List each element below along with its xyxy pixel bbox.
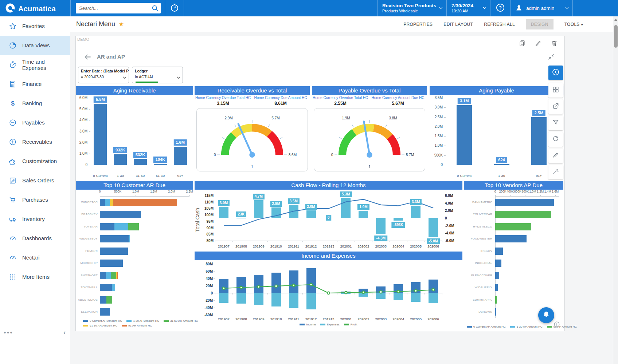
aging-payable-chart[interactable]: 3.5M3.0M2.5M2.0M1.5M1.0M500K03.1M0-Curre… (430, 95, 563, 181)
properties-button[interactable]: PROPERTIES (403, 22, 433, 27)
sidebar-item-time-and-expenses[interactable]: Time and Expenses (0, 55, 70, 74)
bar-0-Current[interactable] (457, 105, 472, 165)
sidebar-item-finance[interactable]: Finance (0, 74, 70, 94)
bar-segment[interactable] (100, 272, 106, 279)
sidebar-item-more-items[interactable]: More Items (0, 267, 70, 286)
collapse-panel-button[interactable] (548, 66, 563, 80)
share-button[interactable] (548, 99, 563, 114)
x-tick (425, 241, 425, 242)
bar-segment[interactable] (110, 199, 113, 206)
sidebar-item-data-views[interactable]: Data Views (0, 36, 70, 55)
app-logo[interactable]: Acumatica (5, 3, 56, 15)
sidebar-item-sales-orders[interactable]: Sales Orders (0, 171, 70, 190)
bar-1-30[interactable] (114, 154, 127, 165)
filter-enter-date[interactable]: Enter Date : (Data Model Pa... = 2020-07… (78, 67, 129, 83)
company-selector[interactable]: Revision Two Products Products Wholesale (377, 0, 446, 16)
bar-IRSGOV[interactable] (495, 248, 503, 255)
notifications-button[interactable] (538, 307, 554, 323)
bar-segment[interactable] (100, 199, 105, 206)
bar-segment[interactable] (111, 272, 117, 279)
refresh-all-button[interactable]: REFRESH ALL (484, 22, 515, 27)
search-input[interactable] (76, 3, 151, 13)
tools-button[interactable]: TOOLS▾ (564, 22, 583, 27)
bar-segment[interactable] (112, 284, 115, 291)
bar-segment[interactable] (114, 223, 128, 230)
bar-segment[interactable] (129, 235, 130, 242)
bar-31-60[interactable] (134, 159, 147, 165)
x-tick (525, 195, 525, 196)
refresh-button[interactable] (548, 132, 563, 147)
more-options-icon[interactable]: ●●● (4, 330, 13, 335)
income-expenses-chart[interactable]: 80M60M40M20M0-20M-40M-60M201907201908201… (195, 260, 462, 330)
bar-61-30[interactable] (154, 164, 167, 165)
wizard-button[interactable] (548, 165, 563, 179)
bar-DBROWN[interactable] (495, 308, 496, 316)
bar-segment[interactable] (117, 272, 118, 279)
layout-button[interactable] (548, 83, 563, 98)
sidebar-item-nectari[interactable]: Nectari (0, 248, 70, 267)
user-menu[interactable]: admin admin (510, 0, 573, 16)
bar-ELEMCCOVER[interactable] (495, 272, 499, 279)
aging-receivable-chart[interactable]: 6.0M5.0M4.0M3.0M2.0M1.0M05.5M0-Current93… (76, 95, 193, 181)
legend-swatch (126, 320, 132, 322)
bar-WIDSUPPLY[interactable] (495, 284, 498, 291)
edit-dashboard-button[interactable] (548, 149, 563, 163)
favorite-star-icon[interactable]: ★ (118, 20, 124, 28)
back-arrow-icon[interactable] (84, 53, 92, 61)
payable-gauge-chart[interactable]: Home Currency Overdue Total HC2.55MHome … (312, 95, 427, 181)
bar-segment[interactable] (100, 235, 129, 242)
sidebar-item-dashboards[interactable]: Dashboards (0, 229, 70, 248)
scroll-up-icon[interactable] (614, 19, 617, 21)
help-button[interactable]: ? (490, 0, 510, 16)
time-tracking-button[interactable] (166, 0, 183, 16)
sidebar-item-favorites[interactable]: Favorites (0, 16, 70, 36)
bar-segment[interactable] (100, 248, 128, 255)
bar-FOODWESTER[interactable] (495, 235, 527, 242)
search-icon[interactable] (151, 4, 159, 12)
top10-customer-ar-chart[interactable]: 0500K1.0M1.5M2.0M2.5MWIDGETCCBRASSKEYTOY… (76, 190, 193, 330)
sidebar-item-customization[interactable]: Customization (0, 151, 70, 171)
bar-91+[interactable] (174, 147, 187, 165)
sidebar-item-inventory[interactable]: Inventory (0, 209, 70, 229)
scrollbar-thumb[interactable] (614, 25, 618, 48)
collapse-sidebar-icon[interactable]: ‹ (63, 329, 66, 336)
collapse-view-icon[interactable] (548, 53, 556, 61)
sidebar-item-purchases[interactable]: Purchases (0, 190, 70, 209)
bar-segment[interactable] (100, 308, 110, 316)
gauge-box[interactable]: 08.6M2.9M5.7M1 (196, 108, 308, 171)
cash-flow-chart[interactable]: Total Cash115M110M105M100M95M90M85M80M6.… (195, 190, 462, 252)
date-selector[interactable]: 7/30/2024 10:20 AM (446, 0, 490, 16)
bar-BANKAMERIC[interactable] (495, 199, 554, 206)
bar-segment[interactable] (100, 223, 114, 230)
bar-segment[interactable] (106, 272, 111, 279)
filter-button[interactable] (548, 116, 563, 130)
sidebar-item-banking[interactable]: $Banking (0, 94, 70, 113)
bar-segment[interactable] (106, 296, 113, 304)
sidebar-item-receivables[interactable]: Receivables (0, 132, 70, 151)
bar-segment[interactable] (100, 284, 112, 291)
bar-91+[interactable] (531, 117, 547, 165)
receivable-gauge-chart[interactable]: Home Currency Overdue Total HC3.15MHome … (195, 95, 310, 181)
design-button[interactable]: DESIGN (526, 19, 554, 29)
bar-segment[interactable] (128, 223, 139, 230)
delete-icon[interactable] (551, 40, 558, 47)
sidebar-item-payables[interactable]: Payables (0, 113, 70, 132)
bar-1-30[interactable] (494, 164, 509, 165)
edit-icon[interactable] (535, 40, 542, 47)
copy-icon[interactable] (519, 40, 526, 47)
bar-INDGLOBAL[interactable] (495, 260, 501, 267)
bar-segment[interactable] (105, 199, 110, 206)
bar-segment[interactable] (100, 211, 141, 218)
bar-SUMMITAPPL[interactable] (495, 296, 497, 304)
vertical-scrollbar[interactable] (613, 16, 618, 364)
bar-segment[interactable] (100, 260, 123, 267)
bar-TOLIVERCAR[interactable] (495, 211, 551, 218)
edit-layout-button[interactable]: EDIT LAYOUT (443, 22, 473, 27)
bar-segment[interactable] (113, 199, 177, 206)
bar-HYDSTILECO[interactable] (495, 223, 531, 230)
bar-segment[interactable] (100, 296, 106, 304)
info-button[interactable] (554, 321, 560, 328)
gauge-box[interactable]: 05.7M1.9M3.8M1 (314, 108, 425, 171)
filter-ledger[interactable]: Ledger In ACTUAL (132, 67, 183, 83)
bar-0-Current[interactable] (94, 104, 107, 165)
